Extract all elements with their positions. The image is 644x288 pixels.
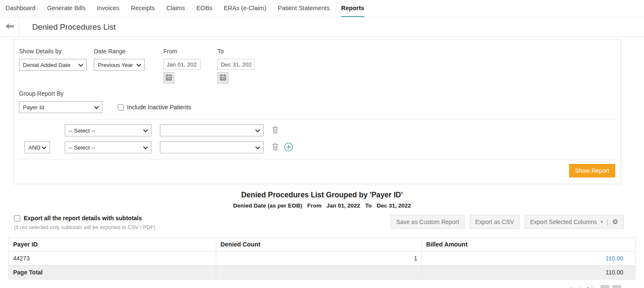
trash-icon [272, 143, 278, 152]
export-csv-button[interactable]: Export as CSV [470, 215, 520, 229]
button-divider: | [607, 218, 608, 225]
nav-item-claims[interactable]: Claims [166, 5, 185, 17]
condition-field-select-1-wrap: -- Select -- [65, 125, 151, 136]
page-title: Denied Procedures List [32, 22, 116, 32]
save-custom-report-button[interactable]: Save as Custom Report [391, 215, 465, 229]
column-header-denied-count: Denied Count [216, 238, 422, 252]
to-date-input[interactable] [217, 59, 255, 70]
condition-field-select-1[interactable]: -- Select -- [65, 125, 151, 136]
show-details-by-label: Show Details by [19, 48, 87, 55]
condition-value-select-2[interactable] [160, 141, 264, 153]
report-subtitle-to-label: To [365, 202, 372, 209]
back-button[interactable] [0, 17, 19, 36]
page-total-billed-amount: 110.00 [422, 266, 636, 280]
report-table: Payer ID Denied Count Billed Amount 4427… [8, 237, 636, 280]
add-condition-button[interactable] [284, 142, 293, 153]
group-report-by-select-wrap: Payer Id [19, 101, 102, 113]
include-inactive-patients-row: Include Inactive Patients [118, 104, 191, 111]
report-subtitle-to-value: Dec 31, 2022 [377, 202, 411, 209]
export-selected-columns-label: Export Selected Columns [530, 219, 597, 225]
condition-row-2: AND -- Select -- [19, 141, 615, 153]
nav-item-patient-statements[interactable]: Patient Statements [278, 5, 330, 17]
condition-row-1: -- Select -- [19, 125, 615, 136]
nav-item-eras[interactable]: ERAs (e-Claim) [224, 5, 267, 17]
export-selected-columns-button[interactable]: Export Selected Columns ▾ | ⚙ [525, 215, 624, 229]
trash-icon [272, 126, 278, 135]
export-controls: Export all the report details with subto… [14, 215, 624, 230]
condition-value-select-2-wrap [160, 141, 264, 153]
table-header-row: Payer ID Denied Count Billed Amount [9, 238, 636, 252]
table-row: 44273 1 110.00 [9, 252, 636, 266]
page-total-denied-count [216, 266, 422, 280]
export-details-row: Export all the report details with subto… [14, 215, 155, 222]
group-report-by-select[interactable]: Payer Id [19, 101, 102, 113]
to-date-label: To [217, 48, 255, 55]
include-inactive-checkbox[interactable] [118, 104, 124, 111]
show-details-by-select[interactable]: Denial Added Date [19, 59, 87, 71]
column-header-payer-id: Payer ID [9, 238, 216, 252]
page-total-row: Page Total 110.00 [9, 266, 636, 280]
report-subtitle-from-label: From [307, 202, 322, 209]
nav-item-dashboard[interactable]: Dashboard [6, 5, 36, 17]
export-note: (if not selected only subtotals will be … [14, 224, 155, 230]
condition-logic-select-wrap: AND [25, 141, 50, 153]
nav-item-generate-bills[interactable]: Generate Bills [47, 5, 85, 17]
nav-item-reports[interactable]: Reports [341, 5, 364, 17]
date-range-label: Date Range [94, 48, 145, 55]
calendar-icon [166, 75, 172, 82]
page-total-label: Page Total [9, 266, 216, 280]
next-page-button[interactable]: › [612, 285, 621, 288]
report-subtitle-label: Denied Date (as per EOB) [233, 202, 303, 209]
page-header: Denied Procedures List [0, 17, 644, 37]
top-nav: Dashboard Generate Bills Invoices Receip… [0, 0, 644, 17]
nav-item-invoices[interactable]: Invoices [97, 5, 119, 17]
date-range-select[interactable]: Previous Year [94, 59, 145, 71]
to-calendar-button[interactable] [217, 72, 228, 83]
divider [19, 119, 615, 119]
delete-condition-button-2[interactable] [272, 143, 278, 152]
filter-panel: Show Details by Denial Added Date Date R… [14, 39, 621, 184]
pagination-info: 1 - 1 of 1 [570, 286, 594, 288]
show-report-button[interactable]: Show Report [569, 164, 615, 177]
cell-billed-amount-link[interactable]: 110.00 [605, 255, 623, 262]
calendar-icon [220, 75, 226, 82]
condition-value-select-1-wrap [160, 125, 264, 136]
report-title: Denied Procedures List Grouped by 'Payer… [0, 191, 644, 199]
condition-logic-select[interactable]: AND [25, 141, 50, 153]
condition-value-select-1[interactable] [160, 125, 264, 136]
export-details-checkbox[interactable] [14, 215, 20, 222]
prev-page-button[interactable]: ‹ [600, 285, 609, 288]
gear-icon[interactable]: ⚙ [612, 219, 618, 225]
pagination: 1 - 1 of 1 ‹ › [0, 285, 621, 288]
show-details-by-select-wrap: Denial Added Date [19, 59, 87, 71]
cell-payer-id: 44273 [9, 252, 216, 266]
cell-denied-count: 1 [216, 252, 422, 266]
group-report-by-label: Group Report By [19, 90, 615, 97]
divider [19, 159, 615, 160]
from-date-label: From [163, 48, 201, 55]
from-date-input[interactable] [163, 59, 201, 70]
date-range-select-wrap: Previous Year [94, 59, 145, 71]
report-subtitle-from-value: Jan 01, 2022 [327, 202, 361, 209]
condition-field-select-2[interactable]: -- Select -- [65, 141, 151, 153]
condition-field-select-2-wrap: -- Select -- [65, 141, 151, 153]
report-subtitle: Denied Date (as per EOB) From Jan 01, 20… [0, 202, 644, 209]
export-details-label: Export all the report details with subto… [24, 215, 142, 222]
back-arrow-icon [6, 23, 14, 30]
nav-item-eobs[interactable]: EOBs [196, 5, 212, 17]
nav-item-receipts[interactable]: Receipts [131, 5, 154, 17]
plus-circle-icon [284, 142, 293, 153]
caret-down-icon: ▾ [601, 219, 603, 224]
column-header-billed-amount: Billed Amount [422, 238, 636, 252]
report-heading: Denied Procedures List Grouped by 'Payer… [0, 191, 644, 209]
delete-condition-button-1[interactable] [272, 126, 278, 135]
include-inactive-label: Include Inactive Patients [127, 104, 191, 111]
from-calendar-button[interactable] [163, 72, 174, 83]
